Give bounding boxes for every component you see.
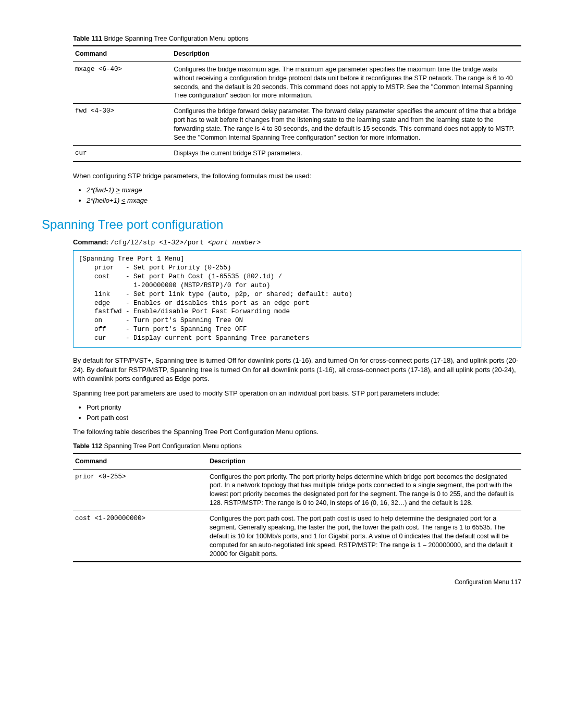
cmd-fwd: fwd <4-30>	[75, 107, 114, 115]
table-row: mxage <6-40> Configures the bridge maxim…	[73, 61, 521, 104]
table-row: cur Displays the current bridge STP para…	[73, 145, 521, 161]
table-111: Command Description mxage <6-40> Configu…	[73, 45, 521, 162]
table-111-caption: Table 111 Bridge Spanning Tree Configura…	[73, 34, 521, 43]
command-prefix: /cfg/l2/stp	[111, 239, 160, 246]
table-112: Command Description prior <0-255> Config…	[73, 453, 521, 563]
table-row: fwd <4-30> Configures the bridge forward…	[73, 104, 521, 146]
para-defaults: By default for STP/PVST+, Spanning tree …	[73, 356, 521, 384]
table-111-text: Bridge Spanning Tree Configuration Menu …	[102, 35, 249, 42]
command-label: Command:	[73, 238, 108, 246]
desc-prior: Configures the port priority. The port p…	[207, 469, 521, 511]
bullet-port-path-cost: Port path cost	[87, 413, 521, 423]
table-row: prior <0-255> Configures the port priori…	[73, 469, 521, 511]
desc-cur: Displays the current bridge STP paramete…	[172, 145, 521, 161]
command-mid: /port	[183, 239, 208, 246]
section-heading: Spanning Tree port configuration	[42, 216, 521, 233]
cmd-mxage: mxage <6-40>	[75, 66, 122, 73]
table-111-col-description: Description	[172, 46, 521, 61]
table-111-label: Table 111	[73, 35, 102, 42]
desc-cost: Configures the port path cost. The port …	[207, 511, 521, 562]
command-arg2: <port number>	[208, 239, 261, 246]
table-112-label: Table 112	[73, 442, 102, 450]
cmd-cost: cost <1-200000000>	[75, 515, 145, 522]
desc-fwd: Configures the bridge forward delay para…	[172, 104, 521, 146]
intro-formulas: When configuring STP bridge parameters, …	[73, 171, 521, 181]
table-111-col-command: Command	[73, 46, 172, 61]
bullet-port-priority: Port priority	[87, 403, 521, 412]
desc-mxage: Configures the bridge maximum age. The m…	[172, 61, 521, 104]
formula-list: 2*(fwd-1) > mxage 2*(hello+1) < mxage	[87, 186, 521, 205]
command-arg1: <1-32>	[159, 239, 183, 246]
para-table-intro: The following table describes the Spanni…	[73, 427, 521, 437]
table-112-col-command: Command	[73, 453, 207, 469]
menu-box: [Spanning Tree Port 1 Menu] prior - Set …	[73, 250, 521, 348]
command-line: Command: /cfg/l2/stp <1-32>/port <port n…	[73, 238, 521, 248]
para-port-params: Spanning tree port parameters are used t…	[73, 389, 521, 398]
formula-2: 2*(hello+1) < mxage	[87, 196, 521, 205]
table-112-col-description: Description	[207, 453, 521, 469]
table-112-caption: Table 112 Spanning Tree Port Configurati…	[73, 442, 521, 451]
cmd-cur: cur	[75, 150, 87, 157]
table-row: cost <1-200000000> Configures the port p…	[73, 511, 521, 562]
page-footer: Configuration Menu 117	[42, 578, 521, 586]
cmd-prior: prior <0-255>	[75, 473, 126, 480]
param-list: Port priority Port path cost	[87, 403, 521, 422]
formula-1: 2*(fwd-1) > mxage	[87, 186, 521, 195]
table-112-text: Spanning Tree Port Configuration Menu op…	[102, 442, 242, 450]
